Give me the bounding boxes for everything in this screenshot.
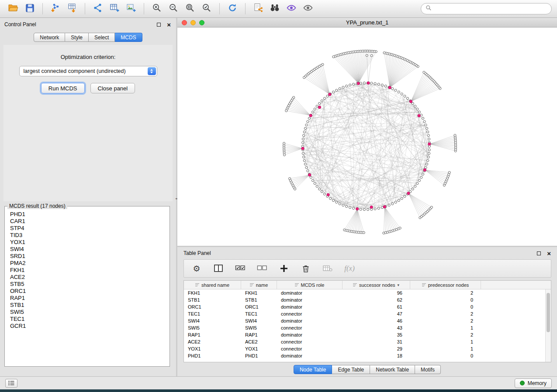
close-panel-button[interactable]: Close panel bbox=[90, 83, 135, 93]
col-header-predecessor-nodes[interactable]: predecessor nodes bbox=[410, 281, 481, 289]
new-table-button[interactable] bbox=[107, 2, 122, 15]
col-header-name[interactable]: name bbox=[241, 281, 277, 289]
table-cell[interactable]: dominator bbox=[277, 318, 343, 323]
table-row[interactable]: TEC1TEC1connector472 bbox=[184, 310, 551, 317]
table-cell[interactable]: 0 bbox=[410, 353, 481, 358]
memory-button[interactable]: Memory bbox=[515, 378, 552, 388]
tab-style[interactable]: Style bbox=[65, 33, 89, 42]
table-cell[interactable]: 0 bbox=[410, 304, 481, 309]
mcds-result-item[interactable]: RAP1 bbox=[10, 295, 170, 302]
table-cell[interactable]: STB1 bbox=[241, 297, 277, 303]
table-cell[interactable]: TEC1 bbox=[241, 311, 277, 316]
table-cell[interactable]: 2 bbox=[410, 332, 481, 337]
minimize-window-icon[interactable] bbox=[190, 20, 196, 25]
table-mode-button[interactable]: ⚙ bbox=[191, 263, 202, 274]
close-panel-icon[interactable]: × bbox=[167, 23, 171, 27]
search-input[interactable] bbox=[434, 6, 547, 12]
table-cell[interactable]: FKH1 bbox=[241, 290, 277, 296]
tab-mcds[interactable]: MCDS bbox=[115, 33, 142, 42]
mcds-result-item[interactable]: FKH1 bbox=[10, 267, 170, 274]
close-window-icon[interactable] bbox=[182, 20, 187, 25]
mcds-result-item[interactable]: YOX1 bbox=[10, 239, 170, 246]
mcds-result-item[interactable]: GCR1 bbox=[10, 323, 170, 330]
mcds-result-item[interactable]: ORC1 bbox=[10, 288, 170, 295]
apply-function-button[interactable]: f(x) bbox=[344, 263, 355, 274]
new-network-button[interactable] bbox=[90, 2, 106, 15]
table-cell[interactable]: STB1 bbox=[184, 297, 241, 303]
refresh-layout-button[interactable] bbox=[225, 2, 240, 15]
open-session-button[interactable] bbox=[5, 2, 21, 15]
run-mcds-button[interactable]: Run MCDS bbox=[41, 83, 85, 93]
table-cell[interactable]: FKH1 bbox=[184, 290, 241, 296]
mcds-result-item[interactable]: SWI4 bbox=[10, 246, 170, 253]
table-cell[interactable]: dominator bbox=[277, 297, 343, 303]
mcds-result-item[interactable]: STB1 bbox=[10, 302, 170, 309]
table-cell[interactable]: 1 bbox=[410, 339, 481, 344]
table-cell[interactable]: 18 bbox=[343, 353, 410, 358]
table-cell[interactable]: YOX1 bbox=[184, 346, 241, 351]
table-cell[interactable]: connector bbox=[277, 311, 343, 316]
col-header-successor-nodes[interactable]: successor nodes ▾ bbox=[343, 281, 410, 289]
table-row[interactable]: SWI4SWI4dominator462 bbox=[184, 317, 551, 324]
network-window-titlebar[interactable]: YPA_prune.txt_1 bbox=[177, 18, 557, 28]
mcds-result-item[interactable]: ACE2 bbox=[10, 274, 170, 281]
table-cell[interactable]: 1 bbox=[410, 325, 481, 330]
table-cell[interactable]: connector bbox=[277, 346, 343, 351]
table-cell[interactable]: dominator bbox=[277, 353, 343, 358]
col-header-shared-name[interactable]: shared name bbox=[184, 281, 241, 289]
table-cell[interactable]: SWI5 bbox=[184, 325, 241, 330]
mcds-result-item[interactable]: SWI5 bbox=[10, 309, 170, 316]
tab-network-table[interactable]: Network Table bbox=[370, 365, 415, 374]
table-cell[interactable]: 31 bbox=[343, 339, 410, 344]
table-cell[interactable]: 62 bbox=[343, 297, 410, 303]
show-columns-button[interactable] bbox=[213, 263, 224, 274]
table-scrollbar-thumb[interactable] bbox=[547, 293, 550, 332]
table-cell[interactable]: 0 bbox=[410, 297, 481, 303]
table-row[interactable]: STB1STB1dominator620 bbox=[184, 296, 551, 303]
toolbar-search[interactable] bbox=[421, 3, 552, 14]
table-row[interactable]: ACE2ACE2connector311 bbox=[184, 338, 551, 345]
zoom-selected-button[interactable] bbox=[199, 2, 214, 15]
mcds-result-item[interactable]: STB5 bbox=[10, 281, 170, 288]
table-cell[interactable]: dominator bbox=[277, 332, 343, 337]
table-cell[interactable]: dominator bbox=[277, 304, 343, 309]
table-cell[interactable]: 61 bbox=[343, 304, 410, 309]
tab-node-table[interactable]: Node Table bbox=[294, 365, 332, 374]
float-panel-icon[interactable] bbox=[157, 23, 161, 27]
zoom-out-button[interactable] bbox=[166, 2, 181, 15]
deselect-all-rows-button[interactable] bbox=[256, 263, 268, 274]
table-cell[interactable]: 2 bbox=[410, 311, 481, 316]
table-cell[interactable]: TEC1 bbox=[184, 311, 241, 316]
table-cell[interactable]: 2 bbox=[410, 290, 481, 296]
tab-edge-table[interactable]: Edge Table bbox=[332, 365, 370, 374]
zoom-in-button[interactable] bbox=[149, 2, 165, 15]
mcds-result-item[interactable]: CAR1 bbox=[10, 218, 170, 225]
close-table-panel-icon[interactable]: × bbox=[547, 251, 551, 255]
zoom-window-icon[interactable] bbox=[199, 20, 204, 25]
add-row-button[interactable] bbox=[278, 263, 290, 274]
status-menu-button[interactable] bbox=[5, 379, 17, 388]
table-row[interactable]: PHD1PHD1dominator180 bbox=[184, 352, 551, 359]
table-cell[interactable]: ORC1 bbox=[184, 304, 241, 309]
tab-select[interactable]: Select bbox=[89, 33, 115, 42]
table-row[interactable]: SWI5SWI5connector431 bbox=[184, 324, 551, 331]
table-cell[interactable]: 46 bbox=[343, 318, 410, 323]
table-cell[interactable]: 2 bbox=[410, 318, 481, 323]
table-cell[interactable]: ACE2 bbox=[241, 339, 277, 344]
save-session-button[interactable] bbox=[22, 2, 38, 15]
table-cell[interactable]: 29 bbox=[343, 346, 410, 351]
table-cell[interactable]: connector bbox=[277, 325, 343, 330]
table-cell[interactable]: dominator bbox=[277, 290, 343, 296]
mcds-result-list[interactable]: PHD1CAR1STP4TID3YOX1SWI4SRD1PMA2FKH1ACE2… bbox=[5, 209, 170, 363]
table-cell[interactable]: PHD1 bbox=[241, 353, 277, 358]
table-cell[interactable]: PHD1 bbox=[184, 353, 241, 358]
criterion-dropdown[interactable]: largest connected component (undirected) bbox=[19, 66, 157, 76]
table-cell[interactable]: RAP1 bbox=[184, 332, 241, 337]
delete-table-button[interactable] bbox=[322, 263, 333, 274]
show-graphics-details-button[interactable] bbox=[300, 2, 316, 15]
table-cell[interactable]: RAP1 bbox=[241, 332, 277, 337]
mcds-result-item[interactable]: STP4 bbox=[10, 225, 170, 232]
float-table-panel-icon[interactable] bbox=[537, 251, 541, 255]
tab-motifs[interactable]: Motifs bbox=[415, 365, 441, 374]
import-network-file-button[interactable] bbox=[48, 2, 63, 15]
